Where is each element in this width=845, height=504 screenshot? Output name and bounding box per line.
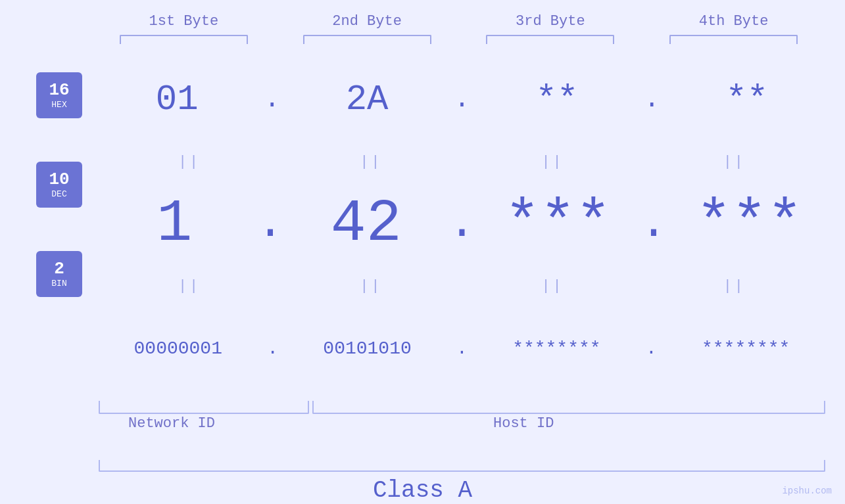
network-bracket: [99, 401, 309, 414]
byte2-header: 2nd Byte: [295, 13, 439, 30]
outer-bracket-row: [0, 460, 845, 472]
bin-byte2-value: 00101010: [323, 338, 411, 359]
hex-badge: 16 HEX: [36, 72, 82, 118]
equals-row-2: || || || ||: [99, 273, 825, 300]
dec-byte1-value: 1: [157, 191, 192, 258]
bin-byte1-value: 00000001: [134, 338, 222, 359]
dec-dot2: .: [448, 201, 475, 247]
dec-number: 10: [49, 170, 69, 189]
eq1-b2: ||: [299, 154, 443, 170]
bracket-byte1: [120, 35, 248, 44]
class-label: Class A: [373, 477, 472, 504]
dec-byte1-cell: 1: [102, 191, 247, 258]
bin-number: 2: [54, 260, 64, 279]
bin-badge: 2 BIN: [36, 251, 82, 297]
eq2-b1: ||: [117, 278, 262, 294]
dec-dot1: .: [256, 201, 284, 247]
hex-byte2-cell: 2A: [295, 80, 439, 120]
bracket-byte2: [303, 35, 431, 44]
dec-byte3-cell: ***: [485, 191, 630, 258]
bin-byte1-cell: 00000001: [106, 338, 251, 359]
byte4-header: 4th Byte: [662, 13, 806, 30]
bin-dot1: .: [267, 338, 278, 359]
hex-byte3-value: **: [536, 80, 579, 120]
eq2-b2: ||: [299, 278, 443, 294]
class-label-row: Class A: [0, 477, 845, 504]
eq1-b4: ||: [662, 154, 807, 170]
dec-byte3-value: ***: [504, 191, 611, 258]
byte-headers: 1st Byte 2nd Byte 3rd Byte 4th Byte: [0, 13, 845, 30]
dec-badge: 10 DEC: [36, 162, 82, 208]
hex-byte4-value: **: [725, 80, 768, 120]
bin-byte3-cell: ********: [484, 338, 629, 359]
host-bracket: [312, 401, 825, 414]
top-brackets: [0, 35, 845, 44]
eq2-b4: ||: [662, 278, 807, 294]
hex-byte1-value: 01: [156, 80, 199, 120]
outer-bracket: [99, 460, 825, 472]
bin-dot3: .: [646, 338, 657, 359]
bytes-grid: 01 . 2A . ** . ** || || || ||: [99, 51, 825, 398]
bottom-bracket-area: Network ID Host ID: [0, 401, 845, 453]
hex-number: 16: [49, 81, 69, 100]
eq2-b3: ||: [481, 278, 625, 294]
network-id-label: Network ID: [128, 415, 215, 432]
bin-byte3-value: ********: [512, 338, 600, 359]
watermark: ipshu.com: [782, 486, 832, 496]
hex-type: HEX: [51, 100, 66, 110]
hex-dot1: .: [264, 85, 280, 114]
eq1-b1: ||: [117, 154, 262, 170]
hex-row: 01 . 2A . ** . **: [99, 51, 825, 149]
eq1-b3: ||: [481, 154, 625, 170]
bin-type: BIN: [51, 279, 66, 288]
dec-byte2-value: 42: [331, 191, 402, 258]
equals-row-1: || || || ||: [99, 149, 825, 175]
host-id-label: Host ID: [493, 415, 554, 432]
content-area: 16 HEX 10 DEC 2 BIN 01 . 2A: [0, 51, 845, 398]
dec-dot3: .: [640, 201, 667, 247]
hex-byte1-cell: 01: [105, 80, 249, 120]
bin-byte4-cell: ********: [673, 338, 818, 359]
hex-byte3-cell: **: [485, 80, 629, 120]
dec-type: DEC: [51, 189, 66, 199]
hex-byte4-cell: **: [675, 80, 819, 120]
labels-column: 16 HEX 10 DEC 2 BIN: [20, 51, 99, 398]
dec-byte4-cell: ***: [677, 191, 822, 258]
dec-row: 1 . 42 . *** . ***: [99, 175, 825, 273]
bin-byte2-cell: 00101010: [295, 338, 440, 359]
byte3-header: 3rd Byte: [478, 13, 623, 30]
bracket-byte4: [669, 35, 798, 44]
bin-dot2: .: [456, 338, 468, 359]
hex-dot2: .: [454, 85, 470, 114]
bin-row: 00000001 . 00101010 . ******** . *******…: [99, 300, 825, 398]
dec-byte2-cell: 42: [294, 191, 439, 258]
bin-byte4-value: ********: [702, 338, 790, 359]
hex-byte2-value: 2A: [346, 80, 389, 120]
byte1-header: 1st Byte: [111, 13, 256, 30]
main-container: 1st Byte 2nd Byte 3rd Byte 4th Byte 16 H…: [0, 0, 845, 504]
dec-byte4-value: ***: [696, 191, 803, 258]
hex-dot3: .: [644, 85, 660, 114]
bracket-byte3: [486, 35, 614, 44]
